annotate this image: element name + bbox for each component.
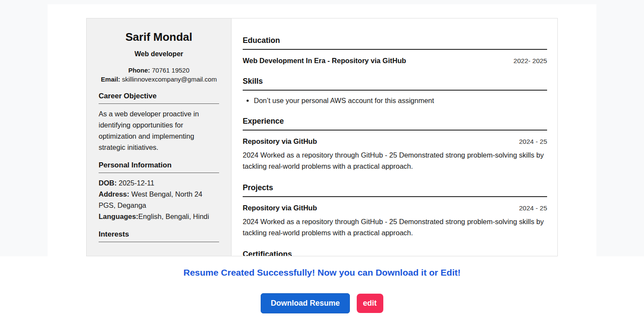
projects-entry: Repository via GitHub 2024 - 25 [243, 203, 547, 213]
education-institution: - Repository via GitHub [325, 57, 406, 64]
resume-card: Sarif Mondal Web developer Phone: 70761 … [86, 18, 558, 256]
phone-label: Phone: [128, 67, 150, 74]
projects-heading: Projects [243, 183, 547, 197]
education-entry-title: Web Development In Era - Repository via … [243, 56, 406, 65]
dob-line: DOB: 2025-12-11 [99, 177, 219, 188]
experience-description: 2024 Worked as a repository through GitH… [243, 149, 547, 172]
experience-entry: Repository via GitHub 2024 - 25 [243, 137, 547, 146]
personal-information-block: DOB: 2025-12-11 Address: West Bengal, No… [99, 177, 219, 222]
education-degree: Web Development In Era [243, 57, 325, 64]
download-resume-button[interactable]: Download Resume [261, 293, 349, 313]
personal-information-heading: Personal Information [99, 161, 219, 173]
languages-value: English, Bengali, Hindi [138, 213, 209, 220]
success-message: Resume Created Successfully! Now you can… [48, 267, 596, 278]
education-heading: Education [243, 36, 547, 50]
phone-line: Phone: 70761 19520 [99, 66, 219, 75]
email-line: Email: skillinnovexcompany@gmail.com [99, 75, 219, 84]
skills-heading: Skills [243, 76, 547, 91]
languages-line: Languages:English, Bengali, Hindi [99, 211, 219, 222]
certifications-heading: Certifications [243, 249, 547, 256]
page-background: { "resume": { "sidebar": { "name": "Sari… [0, 0, 644, 328]
dob-label: DOB: [99, 179, 117, 187]
career-objective-text: As a web developer proactive in identify… [99, 108, 219, 153]
education-dates: 2022- 2025 [514, 57, 547, 65]
footer-section: Resume Created Successfully! Now you can… [0, 256, 644, 328]
languages-label: Languages: [99, 213, 138, 220]
skills-list: Don’t use your personal AWS account for … [243, 96, 547, 105]
skill-item: Don’t use your personal AWS account for … [254, 96, 547, 105]
email-label: Email: [101, 76, 120, 83]
resume-preview-panel: Sarif Mondal Web developer Phone: 70761 … [48, 4, 596, 256]
resume-job-title: Web developer [99, 49, 219, 59]
experience-heading: Experience [243, 116, 547, 131]
phone-value: 70761 19520 [152, 67, 190, 74]
footer-inner: Resume Created Successfully! Now you can… [48, 267, 596, 313]
projects-dates: 2024 - 25 [519, 204, 548, 212]
email-value: skillinnovexcompany@gmail.com [122, 76, 217, 83]
interests-heading: Interests [99, 230, 219, 242]
contact-block: Phone: 70761 19520 Email: skillinnovexco… [99, 66, 219, 84]
certifications-section: Certifications [243, 249, 547, 256]
projects-section: Projects Repository via GitHub 2024 - 25… [243, 183, 547, 238]
projects-entry-title: Repository via GitHub [243, 203, 317, 213]
education-section: Education Web Development In Era - Repos… [243, 36, 547, 65]
address-line: Address: West Bengal, North 24 PGS, Dega… [99, 188, 219, 211]
experience-entry-title: Repository via GitHub [243, 137, 317, 146]
resume-main-column: Education Web Development In Era - Repos… [232, 18, 557, 256]
experience-section: Experience Repository via GitHub 2024 - … [243, 116, 547, 172]
experience-dates: 2024 - 25 [519, 138, 548, 146]
edit-button[interactable]: edit [357, 294, 383, 313]
resume-name: Sarif Mondal [99, 30, 219, 43]
resume-sidebar: Sarif Mondal Web developer Phone: 70761 … [87, 18, 232, 256]
education-entry: Web Development In Era - Repository via … [243, 56, 547, 65]
action-buttons: Download Resume edit [48, 293, 596, 313]
career-objective-heading: Career Objective [99, 91, 219, 104]
address-label: Address: [99, 190, 129, 198]
dob-value: 2025-12-11 [119, 179, 154, 187]
skills-section: Skills Don’t use your personal AWS accou… [243, 76, 547, 105]
projects-description: 2024 Worked as a repository through GitH… [243, 216, 547, 238]
